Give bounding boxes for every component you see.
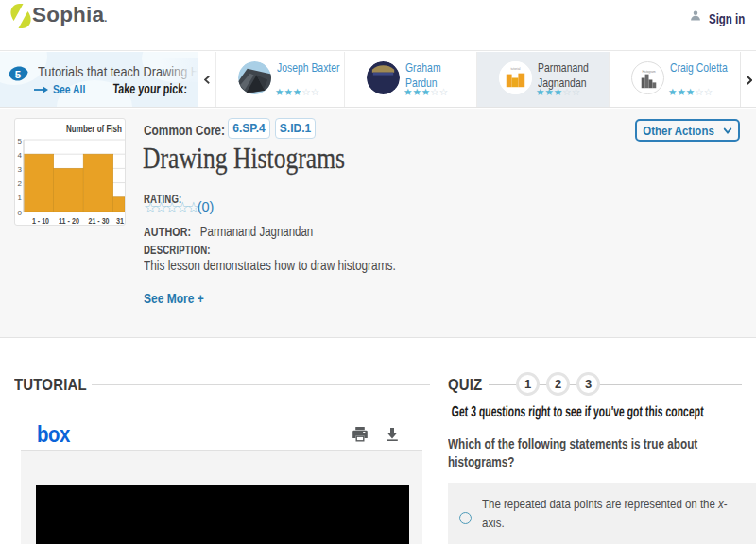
svg-text:3: 3: [18, 165, 23, 174]
svg-text:Histogram: Histogram: [642, 70, 656, 74]
svg-text:2: 2: [18, 179, 23, 188]
svg-text:31: 31: [116, 216, 124, 225]
svg-text:4: 4: [18, 151, 23, 160]
svg-text:1 - 10: 1 - 10: [32, 216, 49, 225]
svg-text:5: 5: [18, 137, 23, 145]
svg-text:1: 1: [18, 194, 23, 202]
svg-text:21 - 30: 21 - 30: [89, 216, 110, 225]
svg-text:0: 0: [18, 209, 23, 217]
svg-text:11 - 20: 11 - 20: [59, 216, 79, 225]
svg-text:5: 5: [15, 69, 22, 80]
svg-text:tutorial: tutorial: [510, 67, 520, 71]
svg-text:Number of Fish: Number of Fish: [66, 123, 122, 134]
